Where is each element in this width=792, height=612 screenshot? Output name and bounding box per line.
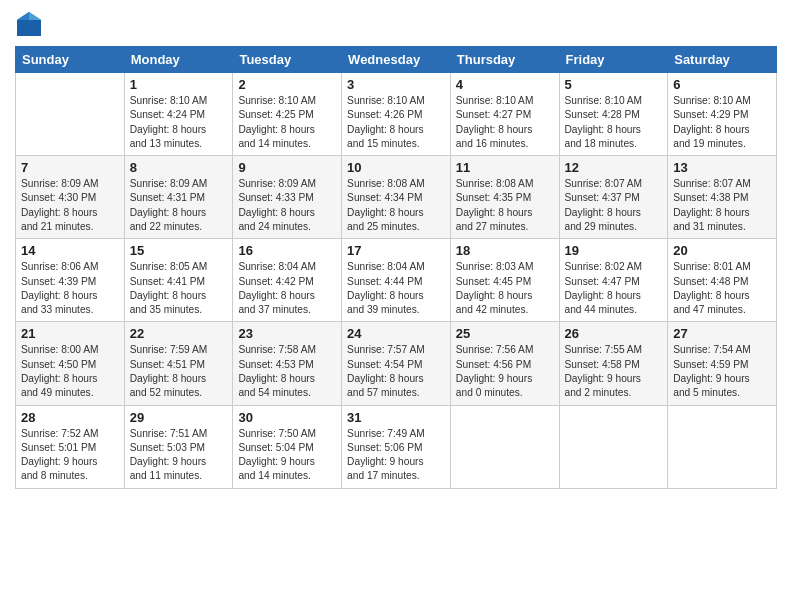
day-info: Sunrise: 8:00 AM Sunset: 4:50 PM Dayligh…	[21, 343, 119, 400]
day-cell: 31Sunrise: 7:49 AM Sunset: 5:06 PM Dayli…	[342, 405, 451, 488]
day-number: 29	[130, 410, 228, 425]
day-info: Sunrise: 8:08 AM Sunset: 4:35 PM Dayligh…	[456, 177, 554, 234]
day-info: Sunrise: 8:10 AM Sunset: 4:29 PM Dayligh…	[673, 94, 771, 151]
day-info: Sunrise: 8:10 AM Sunset: 4:24 PM Dayligh…	[130, 94, 228, 151]
day-cell: 19Sunrise: 8:02 AM Sunset: 4:47 PM Dayli…	[559, 239, 668, 322]
day-number: 4	[456, 77, 554, 92]
day-info: Sunrise: 8:10 AM Sunset: 4:27 PM Dayligh…	[456, 94, 554, 151]
day-info: Sunrise: 8:10 AM Sunset: 4:28 PM Dayligh…	[565, 94, 663, 151]
day-number: 16	[238, 243, 336, 258]
day-cell: 6Sunrise: 8:10 AM Sunset: 4:29 PM Daylig…	[668, 73, 777, 156]
day-cell: 2Sunrise: 8:10 AM Sunset: 4:25 PM Daylig…	[233, 73, 342, 156]
weekday-header-monday: Monday	[124, 47, 233, 73]
day-number: 14	[21, 243, 119, 258]
day-number: 26	[565, 326, 663, 341]
svg-marker-2	[17, 12, 29, 20]
logo	[15, 10, 47, 38]
weekday-header-row: SundayMondayTuesdayWednesdayThursdayFrid…	[16, 47, 777, 73]
day-number: 11	[456, 160, 554, 175]
day-number: 8	[130, 160, 228, 175]
day-info: Sunrise: 8:07 AM Sunset: 4:37 PM Dayligh…	[565, 177, 663, 234]
day-cell: 25Sunrise: 7:56 AM Sunset: 4:56 PM Dayli…	[450, 322, 559, 405]
day-info: Sunrise: 7:58 AM Sunset: 4:53 PM Dayligh…	[238, 343, 336, 400]
week-row-3: 14Sunrise: 8:06 AM Sunset: 4:39 PM Dayli…	[16, 239, 777, 322]
day-info: Sunrise: 8:09 AM Sunset: 4:33 PM Dayligh…	[238, 177, 336, 234]
day-number: 21	[21, 326, 119, 341]
day-cell: 26Sunrise: 7:55 AM Sunset: 4:58 PM Dayli…	[559, 322, 668, 405]
weekday-header-tuesday: Tuesday	[233, 47, 342, 73]
day-cell: 12Sunrise: 8:07 AM Sunset: 4:37 PM Dayli…	[559, 156, 668, 239]
day-number: 1	[130, 77, 228, 92]
day-info: Sunrise: 8:06 AM Sunset: 4:39 PM Dayligh…	[21, 260, 119, 317]
day-cell	[450, 405, 559, 488]
day-info: Sunrise: 7:57 AM Sunset: 4:54 PM Dayligh…	[347, 343, 445, 400]
week-row-1: 1Sunrise: 8:10 AM Sunset: 4:24 PM Daylig…	[16, 73, 777, 156]
day-cell: 10Sunrise: 8:08 AM Sunset: 4:34 PM Dayli…	[342, 156, 451, 239]
day-number: 17	[347, 243, 445, 258]
day-info: Sunrise: 8:03 AM Sunset: 4:45 PM Dayligh…	[456, 260, 554, 317]
day-info: Sunrise: 8:07 AM Sunset: 4:38 PM Dayligh…	[673, 177, 771, 234]
day-info: Sunrise: 7:51 AM Sunset: 5:03 PM Dayligh…	[130, 427, 228, 484]
day-cell: 30Sunrise: 7:50 AM Sunset: 5:04 PM Dayli…	[233, 405, 342, 488]
day-cell: 29Sunrise: 7:51 AM Sunset: 5:03 PM Dayli…	[124, 405, 233, 488]
day-cell: 22Sunrise: 7:59 AM Sunset: 4:51 PM Dayli…	[124, 322, 233, 405]
day-cell: 16Sunrise: 8:04 AM Sunset: 4:42 PM Dayli…	[233, 239, 342, 322]
day-cell: 21Sunrise: 8:00 AM Sunset: 4:50 PM Dayli…	[16, 322, 125, 405]
day-number: 5	[565, 77, 663, 92]
weekday-header-friday: Friday	[559, 47, 668, 73]
day-number: 30	[238, 410, 336, 425]
day-cell: 8Sunrise: 8:09 AM Sunset: 4:31 PM Daylig…	[124, 156, 233, 239]
day-info: Sunrise: 7:55 AM Sunset: 4:58 PM Dayligh…	[565, 343, 663, 400]
day-info: Sunrise: 7:52 AM Sunset: 5:01 PM Dayligh…	[21, 427, 119, 484]
day-info: Sunrise: 8:01 AM Sunset: 4:48 PM Dayligh…	[673, 260, 771, 317]
day-info: Sunrise: 8:10 AM Sunset: 4:26 PM Dayligh…	[347, 94, 445, 151]
day-cell	[668, 405, 777, 488]
day-number: 23	[238, 326, 336, 341]
day-number: 25	[456, 326, 554, 341]
day-cell: 13Sunrise: 8:07 AM Sunset: 4:38 PM Dayli…	[668, 156, 777, 239]
weekday-header-thursday: Thursday	[450, 47, 559, 73]
day-cell: 27Sunrise: 7:54 AM Sunset: 4:59 PM Dayli…	[668, 322, 777, 405]
day-cell	[559, 405, 668, 488]
day-cell: 28Sunrise: 7:52 AM Sunset: 5:01 PM Dayli…	[16, 405, 125, 488]
day-info: Sunrise: 7:50 AM Sunset: 5:04 PM Dayligh…	[238, 427, 336, 484]
weekday-header-wednesday: Wednesday	[342, 47, 451, 73]
day-number: 3	[347, 77, 445, 92]
day-number: 27	[673, 326, 771, 341]
day-number: 28	[21, 410, 119, 425]
day-cell: 20Sunrise: 8:01 AM Sunset: 4:48 PM Dayli…	[668, 239, 777, 322]
day-info: Sunrise: 7:54 AM Sunset: 4:59 PM Dayligh…	[673, 343, 771, 400]
logo-icon	[15, 10, 43, 38]
calendar: SundayMondayTuesdayWednesdayThursdayFrid…	[15, 46, 777, 489]
svg-marker-1	[29, 12, 41, 20]
page: SundayMondayTuesdayWednesdayThursdayFrid…	[0, 0, 792, 612]
day-info: Sunrise: 7:56 AM Sunset: 4:56 PM Dayligh…	[456, 343, 554, 400]
day-number: 9	[238, 160, 336, 175]
day-info: Sunrise: 8:02 AM Sunset: 4:47 PM Dayligh…	[565, 260, 663, 317]
day-info: Sunrise: 8:04 AM Sunset: 4:44 PM Dayligh…	[347, 260, 445, 317]
day-cell	[16, 73, 125, 156]
day-number: 22	[130, 326, 228, 341]
day-info: Sunrise: 8:04 AM Sunset: 4:42 PM Dayligh…	[238, 260, 336, 317]
day-cell: 24Sunrise: 7:57 AM Sunset: 4:54 PM Dayli…	[342, 322, 451, 405]
day-cell: 14Sunrise: 8:06 AM Sunset: 4:39 PM Dayli…	[16, 239, 125, 322]
day-number: 2	[238, 77, 336, 92]
day-info: Sunrise: 7:49 AM Sunset: 5:06 PM Dayligh…	[347, 427, 445, 484]
day-number: 15	[130, 243, 228, 258]
day-cell: 15Sunrise: 8:05 AM Sunset: 4:41 PM Dayli…	[124, 239, 233, 322]
day-cell: 9Sunrise: 8:09 AM Sunset: 4:33 PM Daylig…	[233, 156, 342, 239]
day-info: Sunrise: 8:08 AM Sunset: 4:34 PM Dayligh…	[347, 177, 445, 234]
day-cell: 3Sunrise: 8:10 AM Sunset: 4:26 PM Daylig…	[342, 73, 451, 156]
day-cell: 4Sunrise: 8:10 AM Sunset: 4:27 PM Daylig…	[450, 73, 559, 156]
week-row-5: 28Sunrise: 7:52 AM Sunset: 5:01 PM Dayli…	[16, 405, 777, 488]
day-cell: 1Sunrise: 8:10 AM Sunset: 4:24 PM Daylig…	[124, 73, 233, 156]
day-number: 7	[21, 160, 119, 175]
header	[15, 10, 777, 38]
day-number: 6	[673, 77, 771, 92]
day-info: Sunrise: 8:05 AM Sunset: 4:41 PM Dayligh…	[130, 260, 228, 317]
day-number: 18	[456, 243, 554, 258]
day-number: 19	[565, 243, 663, 258]
day-number: 10	[347, 160, 445, 175]
week-row-2: 7Sunrise: 8:09 AM Sunset: 4:30 PM Daylig…	[16, 156, 777, 239]
day-info: Sunrise: 7:59 AM Sunset: 4:51 PM Dayligh…	[130, 343, 228, 400]
